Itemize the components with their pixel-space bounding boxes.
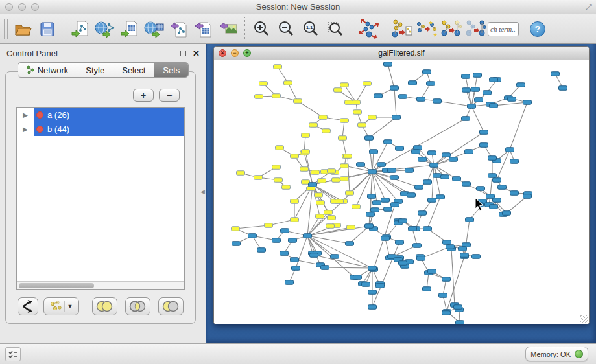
float-panel-icon[interactable] [180, 51, 186, 56]
graph-node[interactable] [346, 242, 354, 246]
graph-node[interactable] [368, 194, 376, 199]
graph-node[interactable] [255, 95, 263, 99]
graph-node[interactable] [352, 205, 361, 209]
graph-node[interactable] [490, 104, 498, 108]
graph-node[interactable] [384, 62, 392, 67]
graph-node[interactable] [459, 247, 467, 251]
graph-node[interactable] [413, 244, 422, 248]
graph-node[interactable] [390, 86, 399, 91]
scrollbar-thumb[interactable] [19, 283, 94, 288]
graph-node[interactable] [363, 82, 372, 86]
graph-node[interactable] [365, 224, 374, 229]
graph-node[interactable] [498, 185, 507, 190]
graph-node[interactable] [352, 100, 361, 105]
graph-node[interactable] [371, 208, 379, 212]
graph-node[interactable] [466, 218, 474, 222]
graph-node[interactable] [368, 305, 377, 310]
graph-node[interactable] [456, 321, 464, 324]
graph-node[interactable] [324, 210, 333, 215]
import-network-url-button[interactable] [94, 17, 116, 41]
graph-node[interactable] [248, 234, 257, 238]
graph-node[interactable] [285, 280, 294, 285]
toolbar-drag-handle[interactable] [4, 19, 8, 39]
graph-node[interactable] [439, 293, 447, 298]
graph-node[interactable] [365, 136, 374, 141]
minimize-window-button[interactable] [18, 3, 26, 11]
graph-node[interactable] [328, 216, 336, 220]
graph-node[interactable] [436, 195, 445, 199]
memory-status-button[interactable]: Memory: OK [525, 347, 588, 361]
list-item[interactable]: ▶ a (26) [17, 108, 184, 122]
graph-node[interactable] [523, 194, 532, 199]
graph-node[interactable] [316, 201, 325, 205]
graph-node[interactable] [462, 182, 471, 187]
graph-node[interactable] [274, 178, 283, 183]
close-panel-icon[interactable]: ✕ [193, 49, 200, 58]
graph-node[interactable] [358, 123, 366, 128]
network-window-titlebar[interactable]: ✕ − + galFiltered.sif [214, 47, 589, 60]
graph-node[interactable] [486, 194, 495, 199]
graph-node[interactable] [399, 95, 407, 99]
graph-node[interactable] [357, 163, 365, 167]
import-table-url-button[interactable] [143, 17, 165, 41]
graph-node[interactable] [280, 251, 289, 256]
graph-node[interactable] [409, 227, 417, 231]
graph-node[interactable] [292, 266, 300, 271]
graph-node[interactable] [384, 207, 392, 212]
graph-node[interactable] [510, 191, 519, 196]
graph-node[interactable] [254, 176, 263, 180]
graph-node[interactable] [399, 219, 407, 223]
graph-node[interactable] [265, 223, 273, 228]
network-from-selection-button[interactable] [390, 17, 412, 41]
zoom-in-button[interactable] [250, 17, 272, 41]
graph-node[interactable] [462, 74, 470, 79]
graph-node[interactable] [454, 305, 462, 310]
add-set-button[interactable]: + [133, 89, 154, 102]
graph-node[interactable] [316, 214, 324, 219]
horizontal-scrollbar[interactable] [17, 281, 184, 289]
graph-node[interactable] [366, 212, 375, 217]
graph-node[interactable] [488, 156, 497, 161]
tab-sets[interactable]: Sets [154, 63, 188, 77]
graph-node[interactable] [493, 198, 501, 203]
save-session-button[interactable] [36, 17, 58, 41]
graph-node[interactable] [294, 99, 302, 104]
graph-node[interactable] [274, 65, 282, 69]
export-table-button[interactable] [193, 17, 215, 41]
zoom-window-button[interactable] [31, 3, 39, 11]
graph-node[interactable] [412, 150, 420, 154]
graph-node[interactable] [418, 157, 427, 162]
graph-node[interactable] [433, 99, 442, 104]
tab-style[interactable]: Style [77, 63, 113, 77]
graph-node[interactable] [490, 78, 498, 82]
graph-node[interactable] [257, 248, 266, 253]
graph-node[interactable] [284, 81, 292, 85]
graph-node[interactable] [475, 98, 483, 102]
graph-node[interactable] [276, 146, 284, 150]
graph-node[interactable] [328, 169, 336, 174]
graph-node[interactable] [340, 164, 349, 168]
graph-node[interactable] [368, 115, 377, 120]
graph-node[interactable] [510, 159, 519, 164]
graph-node[interactable] [377, 163, 386, 167]
graph-node[interactable] [417, 97, 425, 102]
select-first-neighbors-button[interactable] [415, 17, 437, 41]
graph-node[interactable] [381, 236, 390, 241]
graph-node[interactable] [374, 94, 383, 98]
graph-node[interactable] [472, 255, 481, 259]
graph-node[interactable] [418, 211, 427, 216]
graph-node[interactable] [376, 284, 385, 288]
remove-set-button[interactable]: − [159, 89, 180, 102]
graph-node[interactable] [517, 83, 525, 87]
graph-node[interactable] [302, 150, 310, 154]
graph-node[interactable] [291, 154, 299, 159]
graph-node[interactable] [409, 81, 417, 85]
graph-node[interactable] [423, 70, 431, 74]
fullscreen-icon[interactable]: ⤢ [586, 2, 592, 12]
export-image-button[interactable] [217, 17, 239, 41]
graph-node[interactable] [433, 174, 442, 178]
graph-node[interactable] [319, 115, 328, 120]
graph-node[interactable] [237, 171, 245, 176]
graph-node[interactable] [353, 275, 362, 280]
graph-node[interactable] [462, 88, 471, 93]
